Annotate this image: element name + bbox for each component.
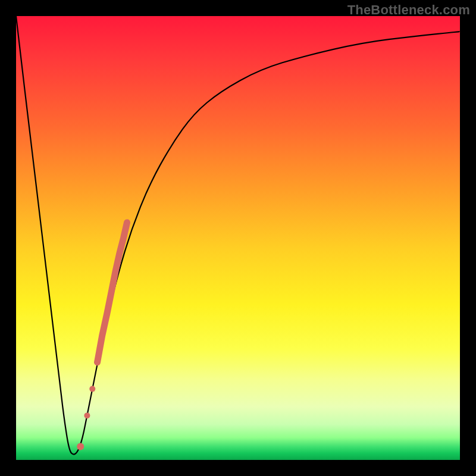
- watermark-text: TheBottleneck.com: [347, 2, 470, 18]
- marker-dot: [89, 386, 95, 392]
- marker-dot: [84, 412, 90, 418]
- chart-plot-area: [16, 16, 460, 460]
- bottleneck-curve: [16, 16, 460, 455]
- marker-group: [77, 223, 127, 450]
- chart-svg: [16, 16, 460, 460]
- marker-thick-segment: [98, 223, 127, 362]
- chart-frame: TheBottleneck.com: [0, 0, 476, 476]
- marker-dot: [77, 443, 84, 450]
